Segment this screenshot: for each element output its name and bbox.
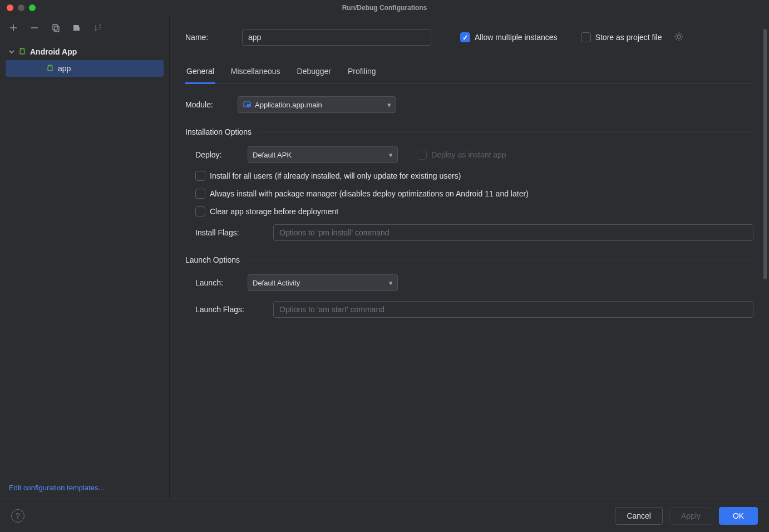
launch-section-title: Launch Options	[185, 255, 753, 264]
deploy-label: Deploy:	[195, 150, 240, 159]
launch-flags-input[interactable]	[273, 301, 753, 318]
config-tree: Android App app	[0, 40, 169, 477]
checkbox-icon	[195, 171, 205, 181]
tab-miscellaneous[interactable]: Miscellaneous	[230, 63, 282, 84]
deploy-instant-checkbox: Deploy as instant app	[417, 150, 506, 160]
launch-label: Launch:	[195, 278, 240, 287]
sidebar: Android App app Edit configuration templ…	[0, 16, 170, 499]
save-config-icon[interactable]	[71, 22, 82, 33]
add-config-icon[interactable]	[8, 22, 19, 33]
svg-point-4	[48, 66, 49, 67]
install-all-users-checkbox[interactable]: Install for all users (if already instal…	[195, 171, 461, 181]
svg-point-3	[23, 50, 23, 50]
chevron-down-icon	[9, 49, 14, 55]
checkbox-icon	[581, 32, 591, 42]
store-project-checkbox[interactable]: Store as project file	[581, 32, 662, 42]
deploy-value: Default APK	[253, 151, 292, 159]
edit-templates-link[interactable]: Edit configuration templates...	[9, 484, 104, 492]
apply-button: Apply	[669, 507, 712, 525]
svg-point-5	[51, 66, 51, 67]
launch-value: Default Activity	[253, 279, 300, 287]
chevron-down-icon: ▾	[389, 279, 393, 287]
footer: ? Cancel Apply OK	[0, 499, 769, 532]
help-icon[interactable]: ?	[11, 509, 24, 523]
chevron-down-icon: ▾	[387, 101, 391, 109]
scrollbar[interactable]	[763, 29, 767, 279]
remove-config-icon[interactable]	[29, 22, 40, 33]
allow-multiple-label: Allow multiple instances	[475, 33, 558, 42]
maximize-window-icon[interactable]	[29, 4, 36, 11]
chevron-down-icon: ▾	[389, 151, 393, 159]
ok-button[interactable]: OK	[719, 507, 758, 525]
checkbox-icon	[195, 189, 205, 199]
checkbox-icon	[460, 32, 470, 42]
allow-multiple-checkbox[interactable]: Allow multiple instances	[460, 32, 558, 42]
svg-rect-8	[247, 104, 250, 107]
sidebar-toolbar	[0, 16, 169, 40]
clear-storage-label: Clear app storage before deployment	[210, 207, 338, 216]
svg-rect-1	[55, 26, 59, 32]
name-label: Name:	[185, 33, 230, 42]
svg-point-6	[677, 35, 681, 38]
sort-config-icon[interactable]	[92, 22, 103, 33]
folder-icon	[243, 100, 252, 110]
clear-storage-checkbox[interactable]: Clear app storage before deployment	[195, 206, 338, 216]
titlebar: Run/Debug Configurations	[0, 0, 769, 16]
copy-config-icon[interactable]	[50, 22, 61, 33]
content-panel: Name: Allow multiple instances Store as …	[170, 16, 769, 499]
launch-flags-label: Launch Flags:	[195, 305, 265, 314]
module-value: Application.app.main	[255, 101, 322, 109]
tab-debugger[interactable]: Debugger	[296, 63, 333, 84]
checkbox-icon	[195, 206, 205, 216]
install-flags-label: Install Flags:	[195, 228, 265, 237]
launch-dropdown[interactable]: Default Activity ▾	[248, 274, 398, 291]
install-flags-input[interactable]	[273, 224, 753, 241]
tab-general[interactable]: General	[185, 63, 215, 84]
install-all-users-label: Install for all users (if already instal…	[210, 171, 461, 180]
deploy-dropdown[interactable]: Default APK ▾	[248, 146, 398, 163]
svg-rect-0	[53, 24, 57, 30]
store-project-label: Store as project file	[595, 33, 662, 42]
module-dropdown[interactable]: Application.app.main ▾	[238, 96, 396, 113]
gear-icon[interactable]	[674, 32, 684, 43]
tree-parent-android-app[interactable]: Android App	[0, 43, 169, 60]
tree-parent-label: Android App	[30, 47, 77, 56]
minimize-window-icon	[18, 4, 24, 11]
tab-profiling[interactable]: Profiling	[347, 63, 377, 84]
svg-point-2	[21, 50, 21, 50]
window-title: Run/Debug Configurations	[342, 4, 427, 12]
cancel-button[interactable]: Cancel	[615, 507, 663, 525]
always-pm-checkbox[interactable]: Always install with package manager (dis…	[195, 189, 529, 199]
close-window-icon[interactable]	[7, 4, 13, 11]
module-label: Module:	[185, 100, 230, 109]
android-icon	[46, 64, 55, 73]
sidebar-footer: Edit configuration templates...	[0, 477, 169, 499]
tree-child-app[interactable]: app	[6, 60, 164, 77]
name-input[interactable]	[242, 29, 431, 46]
always-pm-label: Always install with package manager (dis…	[210, 189, 529, 198]
android-icon	[18, 47, 27, 56]
checkbox-icon	[417, 150, 427, 160]
tabs: General Miscellaneous Debugger Profiling	[185, 63, 753, 84]
install-section-title: Installation Options	[185, 127, 753, 136]
deploy-instant-label: Deploy as instant app	[431, 150, 506, 159]
traffic-lights	[0, 4, 36, 11]
tree-child-label: app	[58, 64, 71, 73]
